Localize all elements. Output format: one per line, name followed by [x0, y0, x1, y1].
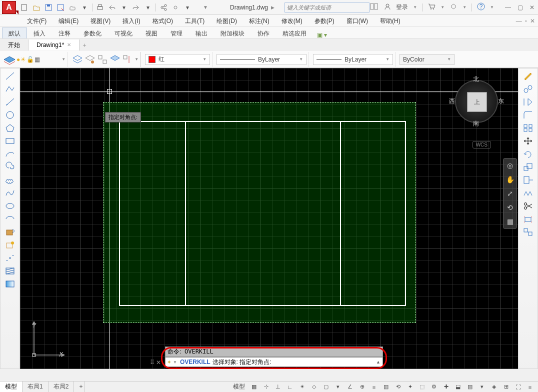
layout1-tab[interactable]: 布局1	[22, 382, 48, 392]
monitor-toggle[interactable]: ✚	[441, 382, 451, 392]
menu-draw[interactable]: 绘图(D)	[212, 16, 242, 26]
hardware-toggle[interactable]: ⊞	[501, 382, 511, 392]
ribbon-tab-featured[interactable]: 精选应用	[276, 28, 313, 38]
doc-minimize-icon[interactable]: —	[516, 18, 522, 24]
workspace-toggle[interactable]: ⚙	[429, 382, 439, 392]
help-icon[interactable]: ?	[477, 2, 485, 12]
layer-match-icon[interactable]	[97, 54, 108, 65]
chevron-down-icon[interactable]: ▾	[80, 3, 89, 12]
orbit-icon[interactable]: ⟲	[505, 202, 515, 212]
add-layout-button[interactable]: +	[74, 382, 84, 392]
open-icon[interactable]	[32, 3, 41, 12]
search-input[interactable]	[285, 4, 369, 10]
ribbon-tab-output[interactable]: 输出	[189, 28, 214, 38]
new-icon[interactable]	[20, 3, 29, 12]
zoom-extents-icon[interactable]: ⤢	[505, 188, 515, 198]
ribbon-tab-annotate[interactable]: 注释	[52, 28, 77, 38]
chevron-down-icon[interactable]: ▼	[173, 360, 177, 364]
layer-iso-icon[interactable]	[84, 54, 96, 65]
app-icon[interactable]	[450, 3, 458, 12]
pencil-icon[interactable]	[522, 70, 534, 82]
extend-tool[interactable]	[522, 188, 534, 198]
fillet-tool[interactable]	[522, 110, 534, 120]
lock-ui-toggle[interactable]: ▾	[477, 382, 487, 392]
chevron-down-icon[interactable]: ▼	[413, 5, 417, 10]
qat-dropdown[interactable]: ▼	[201, 3, 210, 12]
lineweight-select[interactable]: ByLayer ▼	[313, 54, 393, 65]
transparency-toggle[interactable]: ▥	[381, 382, 391, 392]
app-logo[interactable]: A	[2, 1, 16, 14]
plotstyle-select[interactable]: ByColor ▼	[400, 54, 454, 65]
point-tool[interactable]	[4, 252, 16, 264]
annotation-toggle[interactable]: ✦	[405, 382, 415, 392]
doc-tab-active[interactable]: Drawing1* ✕	[28, 40, 80, 50]
chevron-down-icon[interactable]: ▾	[183, 3, 192, 12]
ellipse-tool[interactable]	[4, 200, 16, 212]
isodraft-toggle[interactable]: ◇	[309, 382, 319, 392]
infocenter-icon[interactable]	[370, 3, 379, 12]
ortho-toggle[interactable]: ∟	[285, 382, 295, 392]
scissors-tool[interactable]	[522, 200, 534, 212]
spiral-tool[interactable]	[4, 162, 16, 172]
infer-toggle[interactable]: ⊥	[273, 382, 283, 392]
customize-toggle[interactable]: ≡	[525, 382, 535, 392]
chevron-down-icon[interactable]: ▼	[447, 57, 451, 62]
cart-icon[interactable]	[428, 3, 436, 12]
redo-icon[interactable]	[132, 3, 140, 12]
mirror-tool[interactable]	[522, 96, 534, 108]
ribbon-tab-addins[interactable]: 附加模块	[214, 28, 251, 38]
viewcube-east[interactable]: 东	[498, 97, 504, 106]
ribbon-tab-default[interactable]: 默认	[2, 28, 27, 38]
units-toggle[interactable]: ⬓	[453, 382, 463, 392]
quickprops-toggle[interactable]: ▤	[465, 382, 475, 392]
save-icon[interactable]	[44, 3, 53, 12]
lock-icon[interactable]: 🔓	[26, 56, 34, 63]
doc-tab-start[interactable]: 开始	[0, 40, 28, 50]
move-tool[interactable]	[522, 136, 534, 146]
trim-tool[interactable]	[522, 174, 534, 186]
snap-toggle[interactable]: ⊹	[261, 382, 271, 392]
ribbon-tab-visualize[interactable]: 可视化	[108, 28, 139, 38]
drawing-canvas[interactable]: 指定对角点: 上 北 南 西 东 WCS ◎ ✋ ⤢ ⟲ ▦ Y X ⠿	[20, 68, 518, 369]
steering-wheel-icon[interactable]: ◎	[505, 160, 515, 170]
new-tab-button[interactable]: ＋	[80, 41, 90, 50]
menu-edit[interactable]: 编辑(E)	[54, 16, 84, 26]
rectangle-tool[interactable]	[4, 136, 16, 146]
maximize-button[interactable]: ▢	[516, 4, 524, 11]
layer-prev-icon[interactable]	[110, 54, 120, 65]
menu-dimension[interactable]: 标注(N)	[244, 16, 274, 26]
join-tool[interactable]	[522, 226, 534, 238]
polar-toggle[interactable]: ✴	[297, 382, 307, 392]
command-expand-icon[interactable]: ▲	[376, 360, 380, 364]
dyn-input-toggle[interactable]: ⊕	[357, 382, 367, 392]
ray-tool[interactable]	[4, 96, 16, 108]
revcloud-tool[interactable]	[4, 174, 16, 186]
explode-tool[interactable]	[522, 214, 534, 224]
link-icon[interactable]	[171, 3, 180, 12]
gradient-tool[interactable]	[4, 278, 16, 290]
menu-window[interactable]: 窗口(W)	[342, 16, 373, 26]
chevron-down-icon[interactable]: ▼	[490, 5, 494, 10]
layers-icon[interactable]	[4, 54, 15, 65]
menu-tools[interactable]: 工具(T)	[180, 16, 210, 26]
chevron-down-icon[interactable]: ▼	[202, 57, 206, 62]
menu-parametric[interactable]: 参数(P)	[310, 16, 340, 26]
showmotion-icon[interactable]: ▦	[505, 216, 515, 226]
array-tool[interactable]	[522, 122, 534, 134]
login-link[interactable]: 登录	[396, 3, 408, 12]
layout2-tab[interactable]: 布局2	[48, 382, 74, 392]
layer-off-icon[interactable]	[122, 54, 133, 65]
menu-file[interactable]: 文件(F)	[22, 16, 52, 26]
chevron-down-icon[interactable]: ▼	[386, 57, 390, 62]
ellipse-arc-tool[interactable]	[4, 214, 16, 224]
linetype-select[interactable]: ByLayer ▼	[216, 54, 306, 65]
chevron-down-icon[interactable]: ▼	[134, 57, 138, 62]
viewcube-north[interactable]: 北	[473, 75, 479, 84]
layer-states-icon[interactable]	[72, 54, 83, 65]
ribbon-tab-insert[interactable]: 插入	[27, 28, 52, 38]
ribbon-expand-icon[interactable]: ▣ ▾	[317, 32, 327, 38]
user-icon[interactable]	[384, 3, 391, 12]
osnap-toggle[interactable]: ▢	[321, 382, 331, 392]
undo-icon[interactable]	[108, 3, 116, 12]
line-tool[interactable]	[4, 70, 16, 82]
